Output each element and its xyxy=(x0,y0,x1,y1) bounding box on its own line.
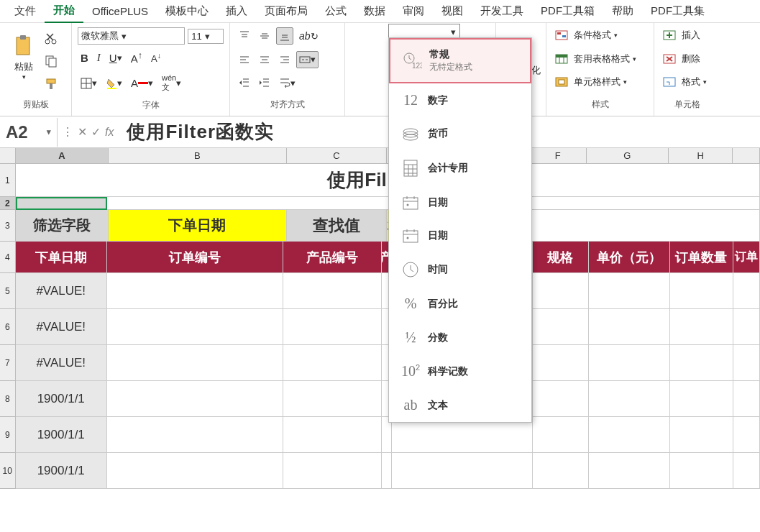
fx-confirm-icon[interactable]: ✓ xyxy=(91,125,101,139)
row-header-4[interactable]: 4 xyxy=(0,242,16,273)
cell-I10[interactable] xyxy=(733,453,760,489)
cell-I6[interactable] xyxy=(733,309,760,345)
row-header-10[interactable]: 10 xyxy=(0,453,16,489)
align-middle-button[interactable] xyxy=(256,27,273,45)
cell-H4[interactable]: 订单数量 xyxy=(670,242,733,273)
align-right-button[interactable] xyxy=(276,51,293,68)
cell-A5[interactable]: #VALUE! xyxy=(16,273,107,309)
format-option-4[interactable]: 日期 xyxy=(389,186,531,219)
format-option-9[interactable]: 102科学记数 xyxy=(389,354,531,388)
menu-item-10[interactable]: 开发工具 xyxy=(472,0,532,22)
cell-B9[interactable] xyxy=(107,417,283,453)
fx-icon[interactable]: fx xyxy=(105,126,114,139)
border-button[interactable]: ▾ xyxy=(78,75,100,92)
row-header-8[interactable]: 8 xyxy=(0,381,16,417)
cell-H10[interactable] xyxy=(670,453,733,489)
font-grow-button[interactable]: A↑ xyxy=(128,47,145,68)
cell-B4[interactable]: 订单编号 xyxy=(107,242,283,273)
cell-A2[interactable] xyxy=(16,197,108,210)
cell-F10[interactable] xyxy=(533,453,589,489)
cell-C8[interactable] xyxy=(283,381,382,417)
cell-H7[interactable] xyxy=(670,345,733,381)
format-cells-button[interactable] xyxy=(660,74,679,90)
cell-E10[interactable] xyxy=(392,453,533,489)
cell-A10[interactable]: 1900/1/1 xyxy=(16,453,107,489)
fill-color-button[interactable]: ▾ xyxy=(103,75,125,92)
select-all-corner[interactable] xyxy=(0,148,16,164)
underline-button[interactable]: U▾ xyxy=(106,49,125,67)
col-header-F[interactable]: F xyxy=(529,148,586,164)
format-option-3[interactable]: 会计专用 xyxy=(389,150,531,186)
row-header-6[interactable]: 6 xyxy=(0,309,16,345)
cell-G4[interactable]: 单价（元） xyxy=(589,242,670,273)
cell-B3[interactable]: 下单日期 xyxy=(109,210,287,242)
cell-F7[interactable] xyxy=(533,345,589,381)
col-header-C[interactable]: C xyxy=(287,148,387,164)
font-name-select[interactable]: 微软雅黑▾ xyxy=(78,27,185,45)
cell-B10[interactable] xyxy=(107,453,283,489)
col-header-H[interactable]: H xyxy=(669,148,733,164)
cell-G8[interactable] xyxy=(589,381,670,417)
format-option-1[interactable]: 12数字 xyxy=(389,83,531,117)
cell-B8[interactable] xyxy=(107,381,283,417)
menu-item-3[interactable]: 模板中心 xyxy=(157,0,217,22)
fx-cancel-icon[interactable]: ✕ xyxy=(78,125,87,139)
name-box[interactable]: A2 ▾ xyxy=(0,118,58,147)
cut-button[interactable] xyxy=(42,29,60,47)
col-header-B[interactable]: B xyxy=(109,148,287,164)
format-option-2[interactable]: 货币 xyxy=(389,117,531,150)
col-header-A[interactable]: A xyxy=(16,148,109,164)
cell-F8[interactable] xyxy=(533,381,589,417)
insert-cells-button[interactable] xyxy=(660,27,679,43)
format-option-0[interactable]: 123常规无特定格式 xyxy=(389,38,531,83)
cell-A7[interactable]: #VALUE! xyxy=(16,345,107,381)
col-header-extra[interactable] xyxy=(733,148,760,164)
format-option-10[interactable]: ab文本 xyxy=(389,388,531,422)
paste-button[interactable]: 粘贴 ▾ xyxy=(6,26,42,89)
row-header-7[interactable]: 7 xyxy=(0,345,16,381)
cell-G7[interactable] xyxy=(589,345,670,381)
cell-F4[interactable]: 规格 xyxy=(533,242,589,273)
cell-C3[interactable]: 查找值 xyxy=(287,210,387,242)
align-bottom-button[interactable] xyxy=(276,27,293,45)
copy-button[interactable] xyxy=(42,52,60,70)
menu-item-2[interactable]: OfficePLUS xyxy=(83,1,157,22)
row-header-9[interactable]: 9 xyxy=(0,417,16,453)
cell-I9[interactable] xyxy=(733,417,760,453)
cell-B5[interactable] xyxy=(107,273,283,309)
cell-C5[interactable] xyxy=(283,273,382,309)
format-painter-button[interactable] xyxy=(42,75,60,93)
cell-C6[interactable] xyxy=(283,309,382,345)
cell-F5[interactable] xyxy=(533,273,589,309)
table-format-button[interactable] xyxy=(552,51,571,67)
align-center-button[interactable] xyxy=(256,51,273,68)
menu-item-11[interactable]: PDF工具箱 xyxy=(532,0,603,22)
row-header-5[interactable]: 5 xyxy=(0,273,16,309)
cell-G9[interactable] xyxy=(589,417,670,453)
cell-I8[interactable] xyxy=(733,381,760,417)
delete-cells-button[interactable] xyxy=(660,51,679,67)
cell-A3[interactable]: 筛选字段 xyxy=(16,210,109,242)
menu-item-8[interactable]: 审阅 xyxy=(394,0,433,22)
align-left-button[interactable] xyxy=(236,51,253,68)
col-header-G[interactable]: G xyxy=(587,148,669,164)
cell-C10[interactable] xyxy=(283,453,382,489)
bold-button[interactable]: B xyxy=(78,49,91,67)
cell-G10[interactable] xyxy=(589,453,670,489)
format-option-8[interactable]: ½分数 xyxy=(389,321,531,354)
cell-C9[interactable] xyxy=(283,417,382,453)
cell-A9[interactable]: 1900/1/1 xyxy=(16,417,107,453)
indent-increase-button[interactable] xyxy=(256,74,273,91)
cell-I4[interactable]: 订单 xyxy=(733,242,760,273)
cell-B7[interactable] xyxy=(107,345,283,381)
menu-item-7[interactable]: 数据 xyxy=(355,0,394,22)
font-color-button[interactable]: A▾ xyxy=(128,74,156,92)
cell-H5[interactable] xyxy=(670,273,733,309)
cell-H8[interactable] xyxy=(670,381,733,417)
menu-item-12[interactable]: 帮助 xyxy=(603,0,642,22)
cell-H9[interactable] xyxy=(670,417,733,453)
cell-A4[interactable]: 下单日期 xyxy=(16,242,107,273)
pinyin-button[interactable]: wén文▾ xyxy=(159,70,184,96)
menu-item-13[interactable]: PDF工具集 xyxy=(642,0,713,22)
indent-decrease-button[interactable] xyxy=(236,74,253,91)
